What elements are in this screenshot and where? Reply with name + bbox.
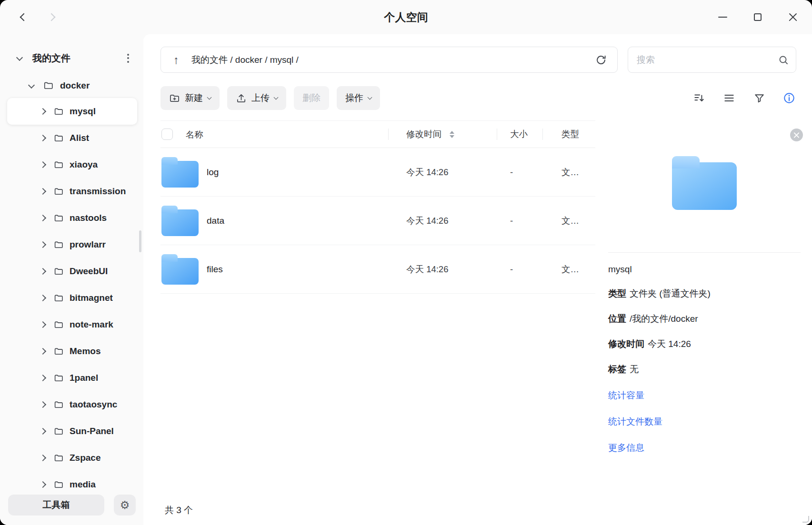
- expand-icon[interactable]: [40, 428, 46, 435]
- tree-item-label: nastools: [70, 213, 107, 223]
- close-details-button[interactable]: [790, 129, 803, 141]
- expand-icon[interactable]: [40, 268, 46, 275]
- forward-button[interactable]: [42, 8, 61, 27]
- folder-icon: [43, 80, 54, 91]
- back-button[interactable]: [14, 8, 33, 27]
- select-all-checkbox[interactable]: [161, 129, 173, 140]
- tree-item-label: docker: [60, 80, 90, 91]
- tree-item[interactable]: taotaosync: [7, 391, 137, 418]
- info-icon: [783, 92, 795, 104]
- column-type[interactable]: 类型: [542, 128, 595, 140]
- file-row[interactable]: log 今天 14:26 - 文…: [160, 148, 595, 197]
- refresh-icon: [595, 54, 607, 66]
- tree-item[interactable]: transmission: [7, 178, 137, 205]
- file-row[interactable]: files 今天 14:26 - 文…: [160, 245, 595, 294]
- details-field-label: 修改时间: [608, 339, 644, 349]
- tree-item-label: media: [70, 479, 96, 489]
- maximize-button[interactable]: [752, 11, 763, 23]
- details-link[interactable]: 更多信息: [608, 443, 644, 453]
- new-button[interactable]: 新建: [160, 86, 220, 110]
- collapse-my-files-icon[interactable]: [16, 54, 23, 60]
- filter-button[interactable]: [752, 91, 766, 105]
- maximize-icon: [754, 13, 762, 21]
- tree-item[interactable]: Memos: [7, 338, 137, 365]
- sidebar-header: 我的文件: [0, 48, 143, 69]
- tree-item-label: prowlarr: [70, 239, 106, 250]
- expand-icon[interactable]: [40, 161, 46, 168]
- expand-icon[interactable]: [40, 375, 46, 381]
- folder-icon: [161, 161, 199, 188]
- expand-icon[interactable]: [40, 481, 46, 488]
- table-header: 名称 修改时间 大小 类型: [160, 120, 595, 148]
- tree-item[interactable]: DweebUI: [7, 258, 137, 285]
- info-button[interactable]: [782, 91, 796, 105]
- tree-item[interactable]: nastools: [7, 205, 137, 231]
- folder-icon: [54, 187, 64, 197]
- tree-item[interactable]: prowlarr: [7, 231, 137, 258]
- sort-button[interactable]: [692, 91, 706, 105]
- view-controls: [692, 91, 796, 105]
- settings-button[interactable]: ⚙: [114, 495, 136, 515]
- sort-toggle-icon[interactable]: [450, 131, 454, 138]
- tree-item-docker[interactable]: docker: [0, 73, 143, 98]
- resize-handle[interactable]: [802, 516, 810, 524]
- tree-item[interactable]: Sun-Panel: [7, 418, 137, 445]
- tree-item[interactable]: bitmagnet: [7, 285, 137, 311]
- actions-button[interactable]: 操作: [337, 86, 380, 110]
- expand-icon[interactable]: [40, 108, 46, 115]
- tree-item[interactable]: note-mark: [7, 311, 137, 338]
- expand-icon[interactable]: [40, 401, 46, 408]
- up-button[interactable]: ↑: [167, 50, 186, 69]
- file-size: -: [497, 167, 542, 178]
- minimize-button[interactable]: [717, 11, 728, 23]
- close-button[interactable]: [787, 11, 799, 23]
- tree-item[interactable]: xiaoya: [7, 151, 137, 178]
- upload-button[interactable]: 上传: [227, 86, 286, 110]
- expand-icon[interactable]: [40, 135, 46, 141]
- list-view-button[interactable]: [722, 91, 736, 105]
- expand-icon[interactable]: [40, 321, 46, 328]
- expand-icon[interactable]: [40, 455, 46, 461]
- file-row[interactable]: data 今天 14:26 - 文…: [160, 197, 595, 245]
- path-bar[interactable]: ↑ 我的文件 / docker / mysql /: [160, 47, 618, 73]
- folder-tree: docker mysql Alist: [0, 73, 143, 489]
- column-name[interactable]: 名称: [173, 129, 388, 140]
- file-size: -: [497, 216, 542, 226]
- tree-item[interactable]: 1panel: [7, 365, 137, 391]
- details-link[interactable]: 统计容量: [608, 390, 644, 400]
- delete-button[interactable]: 删除: [294, 86, 329, 110]
- expand-icon[interactable]: [40, 295, 46, 301]
- titlebar: 个人空间: [0, 0, 812, 34]
- expand-icon[interactable]: [40, 215, 46, 221]
- search-input[interactable]: [637, 55, 778, 65]
- upload-icon: [236, 93, 247, 104]
- tree-item[interactable]: Alist: [7, 125, 137, 151]
- upload-button-label: 上传: [251, 92, 270, 104]
- tree-item-label: Sun-Panel: [70, 426, 114, 436]
- close-icon: [793, 132, 800, 138]
- tree-item-label: Zspace: [70, 453, 100, 463]
- expand-icon[interactable]: [40, 241, 46, 248]
- expand-icon[interactable]: [40, 188, 46, 195]
- details-link[interactable]: 统计文件数量: [608, 416, 662, 426]
- tree-item[interactable]: mysql: [7, 98, 137, 125]
- details-field: 位置/我的文件/docker: [608, 313, 801, 325]
- item-count: 共 3 个: [165, 504, 193, 516]
- more-options-icon[interactable]: [124, 51, 132, 66]
- column-modified[interactable]: 修改时间: [388, 128, 497, 140]
- file-type: 文…: [542, 166, 595, 178]
- breadcrumb[interactable]: 我的文件 / docker / mysql /: [191, 54, 591, 66]
- actions-button-label: 操作: [345, 92, 363, 104]
- toolbox-button[interactable]: 工具箱: [8, 495, 104, 515]
- column-size[interactable]: 大小: [497, 128, 542, 140]
- tree-item[interactable]: Zspace: [7, 445, 137, 471]
- expand-icon[interactable]: [40, 348, 46, 355]
- sidebar-scrollbar[interactable]: [139, 230, 141, 252]
- details-divider: [608, 252, 801, 253]
- collapse-docker-icon[interactable]: [28, 81, 35, 88]
- file-type: 文…: [542, 215, 595, 227]
- tree-item-label: bitmagnet: [70, 293, 113, 303]
- tree-item[interactable]: media: [7, 471, 137, 489]
- refresh-button[interactable]: [591, 50, 611, 69]
- folder-icon: [54, 480, 64, 489]
